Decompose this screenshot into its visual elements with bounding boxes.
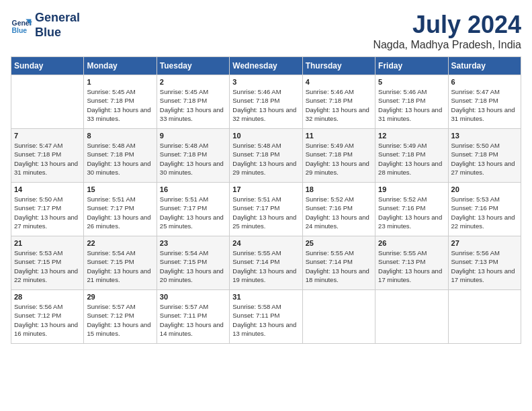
calendar-day-cell: 3Sunrise: 5:46 AM Sunset: 7:18 PM Daylig… [230, 75, 302, 129]
day-number: 17 [232, 185, 299, 193]
day-number: 18 [306, 185, 372, 193]
day-info: Sunrise: 5:55 AM Sunset: 7:13 PM Dayligh… [378, 248, 445, 284]
day-number: 12 [378, 132, 445, 140]
calendar-day-cell: 26Sunrise: 5:55 AM Sunset: 7:13 PM Dayli… [375, 236, 448, 290]
day-number: 23 [160, 239, 226, 247]
day-number: 30 [160, 293, 226, 301]
title-block: July 2024 Nagda, Madhya Pradesh, India [373, 11, 521, 51]
calendar-day-cell [375, 290, 448, 344]
svg-text:Blue: Blue [12, 27, 28, 34]
calendar-day-cell: 7Sunrise: 5:47 AM Sunset: 7:18 PM Daylig… [11, 129, 84, 183]
calendar-day-cell: 5Sunrise: 5:46 AM Sunset: 7:18 PM Daylig… [375, 75, 448, 129]
day-info: Sunrise: 5:46 AM Sunset: 7:18 PM Dayligh… [232, 87, 299, 123]
header: General Blue General Blue July 2024 Nagd… [11, 11, 521, 51]
calendar-day-cell: 24Sunrise: 5:55 AM Sunset: 7:14 PM Dayli… [230, 236, 302, 290]
weekday-header-cell: Tuesday [157, 57, 229, 75]
calendar-day-cell: 15Sunrise: 5:51 AM Sunset: 7:17 PM Dayli… [84, 183, 157, 236]
day-number: 20 [451, 185, 518, 193]
calendar-day-cell: 17Sunrise: 5:51 AM Sunset: 7:17 PM Dayli… [230, 183, 302, 236]
calendar-day-cell: 6Sunrise: 5:47 AM Sunset: 7:18 PM Daylig… [448, 75, 521, 129]
day-info: Sunrise: 5:45 AM Sunset: 7:18 PM Dayligh… [160, 87, 226, 123]
weekday-header-cell: Friday [375, 57, 448, 75]
day-info: Sunrise: 5:50 AM Sunset: 7:18 PM Dayligh… [451, 141, 518, 177]
day-info: Sunrise: 5:54 AM Sunset: 7:15 PM Dayligh… [87, 248, 153, 284]
calendar-day-cell: 14Sunrise: 5:50 AM Sunset: 7:17 PM Dayli… [11, 183, 84, 236]
day-number: 1 [87, 78, 153, 86]
day-number: 14 [14, 185, 81, 193]
day-number: 15 [87, 185, 153, 193]
weekday-header-cell: Monday [84, 57, 157, 75]
day-info: Sunrise: 5:51 AM Sunset: 7:17 PM Dayligh… [232, 195, 299, 230]
day-info: Sunrise: 5:47 AM Sunset: 7:18 PM Dayligh… [451, 87, 518, 123]
calendar-day-cell: 28Sunrise: 5:56 AM Sunset: 7:12 PM Dayli… [11, 290, 84, 344]
day-info: Sunrise: 5:57 AM Sunset: 7:11 PM Dayligh… [160, 302, 226, 338]
calendar-day-cell: 31Sunrise: 5:58 AM Sunset: 7:11 PM Dayli… [230, 290, 302, 344]
calendar-day-cell: 16Sunrise: 5:51 AM Sunset: 7:17 PM Dayli… [157, 183, 229, 236]
day-info: Sunrise: 5:56 AM Sunset: 7:13 PM Dayligh… [451, 248, 518, 284]
calendar-day-cell: 1Sunrise: 5:45 AM Sunset: 7:18 PM Daylig… [84, 75, 157, 129]
weekday-header-cell: Thursday [302, 57, 375, 75]
weekday-header-cell: Sunday [11, 57, 84, 75]
calendar-day-cell [448, 290, 521, 344]
logo-icon: General Blue [11, 15, 32, 36]
calendar-week-row: 7Sunrise: 5:47 AM Sunset: 7:18 PM Daylig… [11, 129, 521, 183]
day-number: 10 [232, 132, 299, 140]
day-number: 16 [160, 185, 226, 193]
day-number: 24 [232, 239, 299, 247]
day-info: Sunrise: 5:45 AM Sunset: 7:18 PM Dayligh… [87, 87, 153, 123]
day-info: Sunrise: 5:56 AM Sunset: 7:12 PM Dayligh… [14, 302, 81, 338]
calendar-day-cell: 22Sunrise: 5:54 AM Sunset: 7:15 PM Dayli… [84, 236, 157, 290]
day-number: 8 [87, 132, 153, 140]
weekday-header-cell: Saturday [448, 57, 521, 75]
weekday-header-row: SundayMondayTuesdayWednesdayThursdayFrid… [11, 57, 521, 75]
day-info: Sunrise: 5:48 AM Sunset: 7:18 PM Dayligh… [232, 141, 299, 177]
day-info: Sunrise: 5:47 AM Sunset: 7:18 PM Dayligh… [14, 141, 81, 177]
day-number: 26 [378, 239, 445, 247]
calendar-week-row: 14Sunrise: 5:50 AM Sunset: 7:17 PM Dayli… [11, 183, 521, 236]
calendar-day-cell: 11Sunrise: 5:49 AM Sunset: 7:18 PM Dayli… [302, 129, 375, 183]
calendar-day-cell [302, 290, 375, 344]
location: Nagda, Madhya Pradesh, India [373, 39, 521, 51]
calendar-day-cell: 13Sunrise: 5:50 AM Sunset: 7:18 PM Dayli… [448, 129, 521, 183]
calendar-day-cell: 2Sunrise: 5:45 AM Sunset: 7:18 PM Daylig… [157, 75, 229, 129]
month-year: July 2024 [373, 11, 521, 39]
calendar-day-cell: 25Sunrise: 5:55 AM Sunset: 7:14 PM Dayli… [302, 236, 375, 290]
day-info: Sunrise: 5:53 AM Sunset: 7:16 PM Dayligh… [451, 195, 518, 230]
day-info: Sunrise: 5:46 AM Sunset: 7:18 PM Dayligh… [378, 87, 445, 123]
logo: General Blue General Blue [11, 11, 80, 40]
day-number: 21 [14, 239, 81, 247]
day-number: 28 [14, 293, 81, 301]
calendar-body: 1Sunrise: 5:45 AM Sunset: 7:18 PM Daylig… [11, 75, 521, 344]
day-info: Sunrise: 5:54 AM Sunset: 7:15 PM Dayligh… [160, 248, 226, 284]
calendar-day-cell: 18Sunrise: 5:52 AM Sunset: 7:16 PM Dayli… [302, 183, 375, 236]
day-info: Sunrise: 5:51 AM Sunset: 7:17 PM Dayligh… [87, 195, 153, 230]
weekday-header-cell: Wednesday [230, 57, 302, 75]
day-info: Sunrise: 5:52 AM Sunset: 7:16 PM Dayligh… [306, 195, 372, 230]
logo-text: General Blue [35, 11, 80, 40]
calendar-week-row: 28Sunrise: 5:56 AM Sunset: 7:12 PM Dayli… [11, 290, 521, 344]
calendar-day-cell: 10Sunrise: 5:48 AM Sunset: 7:18 PM Dayli… [230, 129, 302, 183]
day-number: 7 [14, 132, 81, 140]
calendar-day-cell: 21Sunrise: 5:53 AM Sunset: 7:15 PM Dayli… [11, 236, 84, 290]
calendar-day-cell: 4Sunrise: 5:46 AM Sunset: 7:18 PM Daylig… [302, 75, 375, 129]
calendar-day-cell: 30Sunrise: 5:57 AM Sunset: 7:11 PM Dayli… [157, 290, 229, 344]
calendar-day-cell: 8Sunrise: 5:48 AM Sunset: 7:18 PM Daylig… [84, 129, 157, 183]
day-info: Sunrise: 5:53 AM Sunset: 7:15 PM Dayligh… [14, 248, 81, 284]
calendar-table: SundayMondayTuesdayWednesdayThursdayFrid… [11, 56, 521, 344]
calendar-day-cell: 12Sunrise: 5:49 AM Sunset: 7:18 PM Dayli… [375, 129, 448, 183]
day-info: Sunrise: 5:48 AM Sunset: 7:18 PM Dayligh… [87, 141, 153, 177]
day-number: 3 [232, 78, 299, 86]
day-info: Sunrise: 5:49 AM Sunset: 7:18 PM Dayligh… [306, 141, 372, 177]
day-number: 19 [378, 185, 445, 193]
calendar-week-row: 21Sunrise: 5:53 AM Sunset: 7:15 PM Dayli… [11, 236, 521, 290]
day-number: 29 [87, 293, 153, 301]
calendar-day-cell: 27Sunrise: 5:56 AM Sunset: 7:13 PM Dayli… [448, 236, 521, 290]
calendar-week-row: 1Sunrise: 5:45 AM Sunset: 7:18 PM Daylig… [11, 75, 521, 129]
day-number: 2 [160, 78, 226, 86]
day-info: Sunrise: 5:52 AM Sunset: 7:16 PM Dayligh… [378, 195, 445, 230]
calendar-day-cell: 20Sunrise: 5:53 AM Sunset: 7:16 PM Dayli… [448, 183, 521, 236]
day-number: 22 [87, 239, 153, 247]
calendar-day-cell: 19Sunrise: 5:52 AM Sunset: 7:16 PM Dayli… [375, 183, 448, 236]
day-info: Sunrise: 5:51 AM Sunset: 7:17 PM Dayligh… [160, 195, 226, 230]
calendar-day-cell [11, 75, 84, 129]
